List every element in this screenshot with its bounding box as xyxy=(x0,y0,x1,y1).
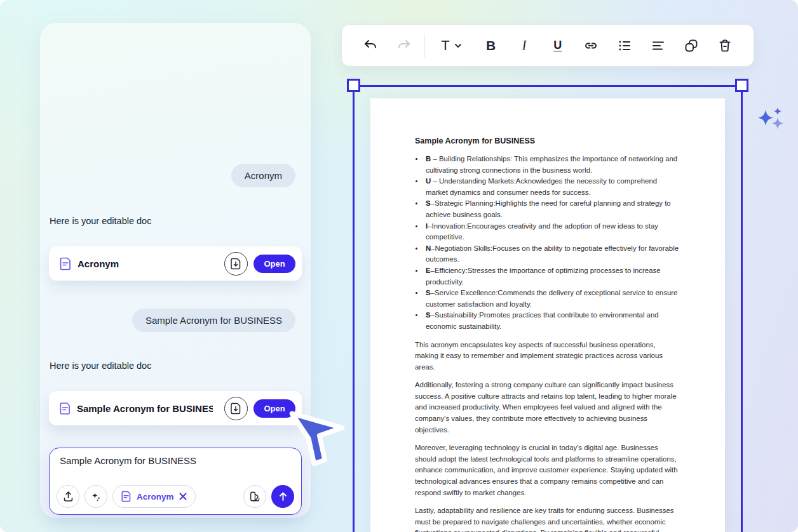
redo-button[interactable] xyxy=(391,33,417,58)
message-composer: Acronym xyxy=(49,448,302,515)
chevron-down-icon xyxy=(454,41,463,50)
bullet-item: U – Understanding Markets:Acknowledges t… xyxy=(424,176,680,198)
doc-card-title: Acronym xyxy=(78,258,119,269)
upload-icon xyxy=(63,491,74,502)
selection-border-left xyxy=(353,85,355,532)
align-left-button[interactable] xyxy=(646,33,671,58)
document-content: Sample Acronym for BUSINESS B – Building… xyxy=(370,98,725,532)
ai-assist-button[interactable] xyxy=(85,485,107,508)
chat-panel: Acronym Here is your editable doc Acrony… xyxy=(40,23,311,518)
bullet-list-button[interactable] xyxy=(612,33,637,58)
link-button[interactable] xyxy=(578,33,604,58)
copy-button[interactable] xyxy=(679,33,704,58)
document-title: Sample Acronym for BUSINESS xyxy=(415,136,680,145)
underline-button[interactable]: U xyxy=(545,33,571,58)
bullet-item: S–Strategic Planning:Highlights the need… xyxy=(424,198,680,220)
ai-sparkles xyxy=(755,103,788,138)
bullet-item: S–Service Excellence:Commends the delive… xyxy=(424,288,680,310)
close-icon[interactable] xyxy=(179,493,187,500)
download-doc-icon xyxy=(231,258,241,270)
composer-input[interactable] xyxy=(60,455,288,466)
text-style-button[interactable]: T xyxy=(433,33,470,58)
toolbar-divider xyxy=(424,34,425,58)
bullet-item: S–Sustainability:Promotes practices that… xyxy=(424,310,680,332)
sparkles-icon xyxy=(91,491,102,502)
open-doc-button[interactable]: Open xyxy=(254,255,295,273)
selection-border-top xyxy=(353,85,742,87)
document-icon xyxy=(60,257,72,270)
user-message-bubble: Acronym xyxy=(231,164,295,187)
selection-handle-top-right[interactable] xyxy=(735,79,748,92)
user-message-bubble: Sample Acronym for BUSINESS xyxy=(132,309,295,332)
document-bullet-list: B – Building Relationships: This emphasi… xyxy=(415,154,680,333)
trash-icon xyxy=(717,38,733,53)
send-arrow-icon xyxy=(278,491,288,502)
document-paragraph: This acronym encapsulates key aspects of… xyxy=(415,340,680,373)
swatch-icon xyxy=(249,491,260,502)
document-icon xyxy=(121,491,132,502)
send-button[interactable] xyxy=(271,485,294,508)
assistant-message: Here is your editable doc xyxy=(50,361,151,371)
text-style-icon: T xyxy=(441,37,449,54)
bullet-item: E–Efficiency:Stresses the importance of … xyxy=(424,265,680,288)
bullet-item: N–Negotiation Skills:Focuses on the abil… xyxy=(424,243,680,265)
attached-doc-chip[interactable]: Acronym xyxy=(112,485,196,508)
bullet-item: B – Building Relationships: This emphasi… xyxy=(424,154,680,176)
selection-border-right xyxy=(741,85,743,532)
undo-button[interactable] xyxy=(358,33,383,58)
document-paragraph: Additionally, fostering a strong company… xyxy=(415,380,680,436)
delete-button[interactable] xyxy=(712,33,738,58)
document-paragraph: Lastly, adaptability and resilience are … xyxy=(415,505,680,532)
bullet-list-icon xyxy=(617,38,632,53)
editor-toolbar: T B I U xyxy=(341,24,754,67)
italic-button[interactable]: I xyxy=(511,33,537,58)
doc-card-title: Sample Acronym for BUSINESS xyxy=(77,403,213,414)
bullet-item: I–Innovation:Encourages creativity and t… xyxy=(424,221,680,243)
italic-icon: I xyxy=(522,38,527,53)
download-doc-button[interactable] xyxy=(224,252,248,276)
align-left-icon xyxy=(651,38,666,53)
document-paragraph: Moreover, leveraging technology is cruci… xyxy=(415,442,680,498)
assistant-message: Here is your editable doc xyxy=(50,216,151,226)
user-message-text: Acronym xyxy=(245,170,282,181)
chip-label: Acronym xyxy=(137,492,174,502)
open-doc-button[interactable]: Open xyxy=(254,399,295,418)
app-canvas: Acronym Here is your editable doc Acrony… xyxy=(0,0,798,532)
style-swatch-button[interactable] xyxy=(243,485,266,508)
composer-toolbar: Acronym xyxy=(57,485,294,508)
document-icon xyxy=(60,402,71,415)
bold-button[interactable]: B xyxy=(478,33,504,58)
underline-icon: U xyxy=(553,39,562,52)
undo-icon xyxy=(363,38,378,53)
doc-card-sample-acronym: Sample Acronym for BUSINESS Open xyxy=(49,391,302,425)
upload-button[interactable] xyxy=(57,485,79,508)
user-message-text: Sample Acronym for BUSINESS xyxy=(145,315,282,326)
redo-icon xyxy=(396,38,412,53)
document-page[interactable]: Sample Acronym for BUSINESS B – Building… xyxy=(370,98,725,532)
bold-icon: B xyxy=(486,38,496,53)
download-doc-icon xyxy=(231,402,241,415)
doc-card-acronym: Acronym Open xyxy=(49,246,302,281)
download-doc-button[interactable] xyxy=(224,397,248,420)
selection-handle-top-left[interactable] xyxy=(347,79,360,92)
copy-icon xyxy=(684,38,699,53)
link-icon xyxy=(583,38,598,53)
